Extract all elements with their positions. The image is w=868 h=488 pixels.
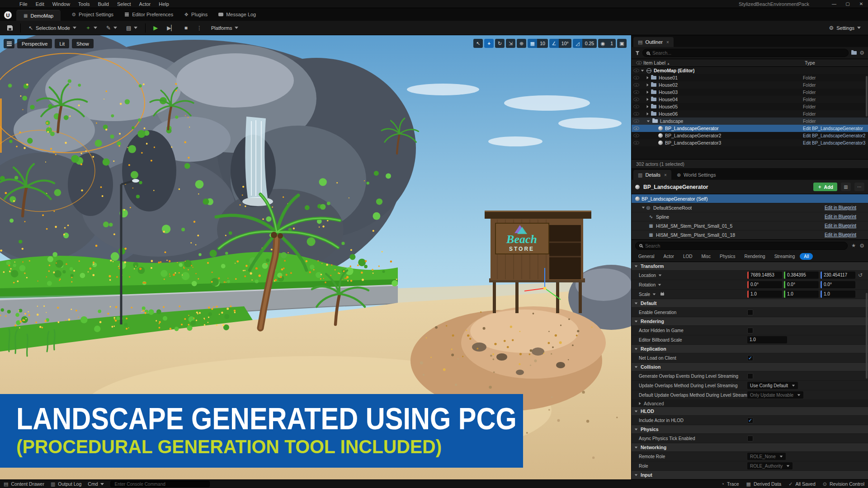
outliner-search-box[interactable] [642, 49, 849, 57]
section-header-networking[interactable]: Networking [632, 443, 868, 452]
component-row-hism-sm-stem-plant-small-01-5[interactable]: ▦HISM_SM_Stem_Plant_Small_01_5Edit in Bl… [632, 221, 868, 230]
play-button[interactable]: ▶ [150, 23, 161, 33]
close-tab-icon[interactable]: × [666, 40, 669, 45]
type-column-header[interactable]: Type [805, 60, 868, 66]
axis-y-field[interactable]: 0.384395 [784, 272, 819, 279]
3d-viewport[interactable]: Beach STORE [0, 35, 631, 479]
cmd-dropdown[interactable]: Cmd [88, 481, 104, 487]
edit-in-blueprint-link[interactable]: Edit in Blueprint [825, 214, 856, 219]
visibility-toggle[interactable] [632, 112, 641, 116]
edit-in-blueprint-link[interactable]: Edit in Blueprint [825, 223, 856, 228]
menu-actor[interactable]: Actor [135, 0, 155, 8]
revision-control-button[interactable]: ⊙Revision Control [823, 481, 864, 487]
view-options-button[interactable]: ▥ [841, 183, 851, 191]
outliner-row-house01[interactable]: House01Folder [632, 74, 868, 81]
blueprints-button[interactable]: ✎ [103, 23, 121, 33]
visibility-toggle[interactable] [632, 98, 641, 101]
visibility-toggle[interactable] [632, 119, 641, 123]
camera-speed-value[interactable]: 1 [608, 39, 616, 48]
unreal-logo-icon[interactable]: U [4, 11, 12, 19]
cinematics-button[interactable]: ▤ [123, 23, 141, 33]
output-log-button[interactable]: ▥Output Log [51, 481, 81, 487]
menu-tools[interactable]: Tools [74, 0, 94, 8]
section-header-input[interactable]: Input [632, 471, 868, 479]
all-saved-button[interactable]: ✓All Saved [788, 481, 816, 487]
checkbox[interactable] [747, 373, 753, 379]
section-header-rendering[interactable]: Rendering [632, 317, 868, 326]
settings-dropdown[interactable]: ⚙ Settings [825, 23, 864, 33]
checkbox[interactable]: ✓ [747, 418, 753, 423]
visibility-toggle[interactable] [632, 76, 641, 80]
editor-mode-dropdown[interactable]: ↖ Selection Mode [25, 23, 80, 33]
outliner-row-house05[interactable]: House05Folder [632, 103, 868, 110]
checkbox[interactable] [747, 328, 753, 333]
section-header-transform[interactable]: Transform [632, 262, 868, 271]
axis-z-field[interactable]: 230.454117 [821, 272, 855, 279]
close-tab-icon[interactable]: × [664, 173, 667, 178]
grid-snap-value[interactable]: 10 [537, 39, 548, 48]
toolbar-editor-preferences[interactable]: Editor Preferences [120, 8, 178, 21]
details-search-input[interactable] [645, 243, 844, 249]
edit-in-blueprint-link[interactable]: Edit in Blueprint [825, 205, 856, 210]
more-options-button[interactable]: ⋯ [854, 183, 864, 191]
filter-tab-general[interactable]: General [634, 253, 659, 260]
outliner-scrollbar[interactable] [866, 76, 868, 117]
component-row-defaultsceneroot[interactable]: ◎DefaultSceneRootEdit in Blueprint [632, 203, 868, 212]
angle-snap-value[interactable]: 10° [559, 39, 571, 48]
add-component-button[interactable]: ＋Add [813, 183, 837, 191]
details-settings-icon[interactable]: ⚙ [859, 243, 864, 249]
outliner-settings-icon[interactable]: ⚙ [859, 50, 864, 56]
tab-world-settings[interactable]: ⊕ World Settings [672, 170, 721, 180]
angle-snap-icon[interactable]: ∠ [549, 39, 559, 48]
outliner-search-input[interactable] [652, 50, 844, 56]
world-space-toggle[interactable]: ⊕ [517, 39, 526, 48]
item-label-column-header[interactable]: Item Label ▲ [643, 60, 670, 66]
axis-z-field[interactable]: 1.0 [821, 291, 855, 298]
toolbar-plugins[interactable]: ❖Plugins [179, 8, 212, 21]
section-header-collision[interactable]: Collision [632, 363, 868, 371]
tab-outliner[interactable]: ▤ Outliner × [633, 37, 674, 47]
dropdown-select[interactable]: ROLE_None [747, 453, 786, 460]
checkbox[interactable] [747, 310, 753, 315]
menu-help[interactable]: Help [155, 0, 173, 8]
visibility-toggle[interactable] [632, 134, 641, 137]
axis-x-field[interactable]: 0.0° [747, 281, 782, 288]
add-actor-button[interactable]: ＋ [82, 23, 101, 33]
filter-tab-misc[interactable]: Misc [697, 253, 715, 260]
section-header-default[interactable]: Default [632, 299, 868, 308]
camera-speed-icon[interactable]: ◉ [598, 39, 608, 48]
new-folder-icon[interactable] [851, 51, 857, 55]
console-command-input[interactable] [114, 482, 206, 487]
menu-window[interactable]: Window [48, 0, 74, 8]
section-header-hlod[interactable]: HLOD [632, 407, 868, 416]
visibility-toggle[interactable] [632, 105, 641, 108]
outliner-row-house06[interactable]: House06Folder [632, 110, 868, 117]
axis-x-field[interactable]: 1.0 [747, 291, 782, 298]
visibility-column-icon[interactable] [636, 61, 642, 65]
edit-in-blueprint-link[interactable]: Edit in Blueprint [825, 232, 856, 237]
filter-tab-all[interactable]: All [800, 253, 813, 260]
visibility-toggle[interactable] [632, 141, 641, 145]
outliner-row-bp-landscapegenerator[interactable]: BP_LandscapeGeneratorEdit BP_LandscapeGe… [632, 125, 868, 132]
menu-file[interactable]: File [15, 0, 32, 8]
visibility-toggle[interactable] [632, 90, 641, 94]
details-scrollbar[interactable] [866, 293, 868, 379]
axis-x-field[interactable]: 7689.14853 [747, 272, 782, 279]
scale-snap-icon[interactable]: ◿ [573, 39, 582, 48]
tab-details[interactable]: ▥ Details × [633, 170, 671, 180]
restore-button[interactable]: ▢ [841, 0, 854, 8]
reset-to-default-button[interactable]: ↺ [858, 272, 863, 278]
dropdown-select[interactable]: Only Update Movable [747, 391, 803, 399]
rotate-tool-button[interactable]: ↻ [495, 39, 505, 48]
checkbox[interactable] [747, 436, 753, 441]
tab-demomap[interactable]: ▦ DemoMap [16, 10, 61, 21]
close-button[interactable]: ✕ [854, 0, 868, 8]
axis-z-field[interactable]: 0.0° [821, 281, 855, 288]
platforms-dropdown[interactable]: Platforms [208, 23, 242, 33]
dropdown-select[interactable]: ROLE_Authority [747, 462, 793, 469]
axis-y-field[interactable]: 1.0 [784, 291, 819, 298]
lit-dropdown[interactable]: Lit [55, 39, 69, 48]
console-command-box[interactable] [110, 481, 210, 487]
maximize-viewport-button[interactable]: ▣ [617, 39, 627, 48]
filter-tab-actor[interactable]: Actor [660, 253, 678, 260]
